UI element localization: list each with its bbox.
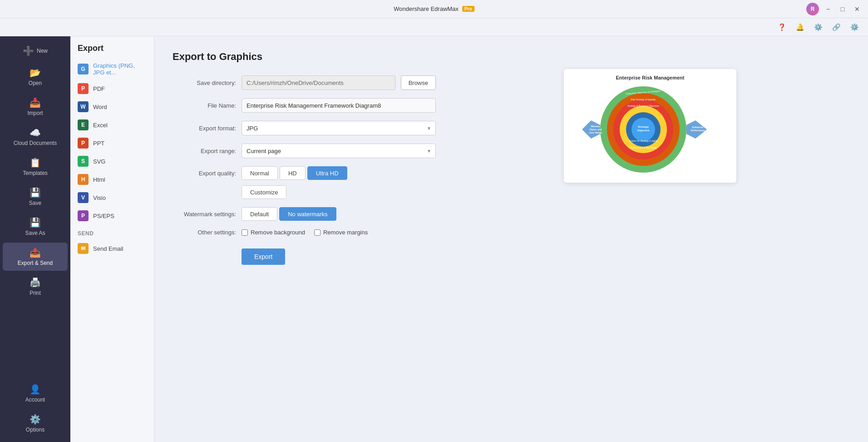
- remove-margins-label[interactable]: Remove margins: [314, 229, 368, 236]
- diagram-preview: Enterprise Risk Management Strategy: [568, 71, 732, 180]
- maximize-button[interactable]: □: [837, 4, 848, 15]
- export-item-pdf[interactable]: P PDF: [70, 79, 154, 98]
- svg-text:Performance & Monitoring: Performance & Monitoring: [630, 146, 656, 149]
- save-directory-row: Save directory: Browse: [173, 75, 436, 90]
- quality-group: Normal HD Ultra HD: [242, 166, 347, 180]
- remove-margins-text: Remove margins: [323, 229, 368, 236]
- help-icon[interactable]: ❓: [775, 21, 788, 34]
- save-directory-input[interactable]: [242, 75, 395, 90]
- svg-text:Vision, and: Vision, and: [590, 128, 602, 131]
- sidebar-label-account: Account: [25, 397, 45, 403]
- sidebar-item-save[interactable]: 💾 Save: [3, 183, 68, 211]
- sidebar-item-options[interactable]: ⚙️ Options: [3, 409, 68, 437]
- browse-button[interactable]: Browse: [401, 75, 436, 90]
- export-format-label: Export format:: [173, 125, 236, 132]
- main-layout: ➕ New 📂 Open 📥 Import ☁️ Cloud Documents…: [0, 36, 868, 442]
- export-button[interactable]: Export: [242, 248, 285, 265]
- watermark-default-button[interactable]: Default: [242, 207, 277, 221]
- preview-card: Enterprise Risk Management Strategy: [564, 69, 736, 183]
- html-label: Html: [93, 176, 105, 183]
- export-range-row: Export range: Current page All pages Sel…: [173, 144, 436, 158]
- watermark-none-button[interactable]: No watermarks: [279, 207, 336, 221]
- minimize-button[interactable]: −: [823, 4, 833, 15]
- excel-icon: E: [78, 119, 89, 130]
- pro-badge: Pro: [462, 6, 474, 12]
- ppt-icon: P: [78, 138, 89, 149]
- notification-icon[interactable]: 🔔: [794, 21, 806, 34]
- sidebar: ➕ New 📂 Open 📥 Import ☁️ Cloud Documents…: [0, 36, 70, 442]
- main-content: Export to Graphics Save directory: Brows…: [154, 36, 868, 442]
- import-icon: 📥: [30, 97, 41, 108]
- close-button[interactable]: ✕: [852, 4, 863, 15]
- sidebar-label-save: Save: [29, 200, 41, 206]
- export-format-select[interactable]: JPG PNG BMP GIF TIFF SVG: [242, 121, 436, 135]
- export-item-graphics[interactable]: G Graphics (PNG, JPG et...: [70, 59, 154, 79]
- sidebar-label-saveas: Save As: [25, 230, 45, 236]
- app-title: Wondershare EdrawMax: [394, 5, 459, 12]
- sidebar-label-export: Export & Send: [18, 260, 53, 266]
- sidebar-label-cloud: Cloud Documents: [14, 140, 57, 146]
- account-icon: 👤: [30, 384, 41, 395]
- share-icon[interactable]: 🔗: [830, 21, 843, 34]
- pdf-label: PDF: [93, 85, 105, 92]
- export-item-pseps[interactable]: P PS/EPS: [70, 207, 154, 225]
- sidebar-item-cloud[interactable]: ☁️ Cloud Documents: [3, 123, 68, 151]
- visio-label: Visio: [93, 194, 106, 201]
- export-item-excel[interactable]: E Excel: [70, 116, 154, 134]
- save-icon: 💾: [30, 187, 41, 198]
- svg-label: SVG: [93, 158, 105, 165]
- customize-button[interactable]: Customize: [242, 185, 286, 199]
- sidebar-item-export[interactable]: 📤 Export & Send: [3, 243, 68, 271]
- pdf-icon: P: [78, 83, 89, 94]
- export-item-word[interactable]: W Word: [70, 98, 154, 116]
- file-name-label: File Name:: [173, 102, 236, 109]
- export-range-wrapper: Current page All pages Selected pages ▼: [242, 144, 436, 158]
- sidebar-label-open: Open: [29, 80, 42, 86]
- export-format-wrapper: JPG PNG BMP GIF TIFF SVG ▼: [242, 121, 436, 135]
- export-range-select[interactable]: Current page All pages Selected pages: [242, 144, 436, 158]
- excel-label: Excel: [93, 122, 108, 129]
- remove-background-label[interactable]: Remove background: [242, 229, 305, 236]
- options-icon: ⚙️: [30, 414, 41, 425]
- other-settings-label: Other settings:: [173, 229, 236, 236]
- svg-text:Risk Strategy & Appetite: Risk Strategy & Appetite: [631, 98, 656, 101]
- file-name-row: File Name:: [173, 98, 436, 113]
- avatar[interactable]: R: [806, 3, 819, 15]
- html-icon: H: [78, 174, 89, 185]
- sidebar-item-saveas[interactable]: 💾 Save As: [3, 213, 68, 241]
- sidebar-item-print[interactable]: 🖨️ Print: [3, 273, 68, 301]
- svg-text:Objective: Objective: [637, 129, 650, 132]
- export-item-ppt[interactable]: P PPT: [70, 134, 154, 152]
- sidebar-item-templates[interactable]: 📋 Templates: [3, 153, 68, 181]
- sidebar-item-new[interactable]: ➕ New: [3, 41, 68, 61]
- remove-background-text: Remove background: [251, 229, 305, 236]
- sidebar-item-import[interactable]: 📥 Import: [3, 93, 68, 121]
- export-item-email[interactable]: ✉ Send Email: [70, 239, 154, 258]
- remove-background-checkbox[interactable]: [242, 229, 248, 236]
- quality-hd-button[interactable]: HD: [280, 166, 306, 180]
- sidebar-item-open[interactable]: 📂 Open: [3, 63, 68, 91]
- app-title-area: Wondershare EdrawMax Pro: [394, 5, 474, 12]
- export-item-html[interactable]: H Html: [70, 170, 154, 189]
- graphics-label: Graphics (PNG, JPG et...: [93, 62, 147, 76]
- graphics-icon: G: [78, 64, 89, 74]
- pseps-label: PS/EPS: [93, 213, 114, 219]
- quality-normal-button[interactable]: Normal: [242, 166, 278, 180]
- open-icon: 📂: [30, 67, 41, 78]
- sidebar-item-account[interactable]: 👤 Account: [3, 379, 68, 407]
- export-item-svg[interactable]: S SVG: [70, 152, 154, 170]
- settings-icon[interactable]: ⚙️: [848, 21, 861, 34]
- form-title: Export to Graphics: [173, 51, 436, 63]
- quality-ultrahd-button[interactable]: Ultra HD: [307, 166, 347, 180]
- export-format-row: Export format: JPG PNG BMP GIF TIFF SVG …: [173, 121, 436, 135]
- svg-text:Enhanced: Enhanced: [692, 126, 703, 129]
- tools-icon[interactable]: ⚙️: [812, 21, 824, 34]
- svg-text:Core Values: Core Values: [589, 131, 602, 134]
- export-item-visio[interactable]: V Visio: [70, 189, 154, 207]
- svg-text:Strategy: Strategy: [638, 125, 649, 128]
- svg-text:Mission,: Mission,: [591, 125, 601, 128]
- remove-margins-checkbox[interactable]: [314, 229, 321, 236]
- preview-area: Enterprise Risk Management Strategy: [450, 51, 850, 427]
- templates-icon: 📋: [30, 157, 41, 168]
- file-name-input[interactable]: [242, 98, 436, 113]
